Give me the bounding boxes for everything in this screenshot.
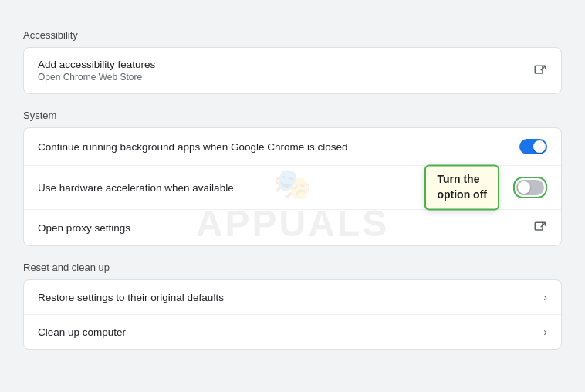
hardware-acceleration-row: Use hardware acceleration when available…	[24, 166, 561, 210]
accessibility-row-text: Add accessibility features Open Chrome W…	[38, 59, 155, 83]
accessibility-section-title: Accessibility	[23, 29, 562, 41]
external-link-icon	[533, 64, 547, 78]
toggle-knob-off	[518, 181, 530, 194]
proxy-external-link-icon	[533, 221, 547, 235]
tooltip-line2: option off	[437, 188, 487, 201]
toggle-highlight-border	[513, 177, 547, 198]
reset-card: Restore settings to their original defau…	[23, 279, 562, 350]
hardware-acceleration-text: Use hardware acceleration when available	[38, 182, 234, 194]
clean-up-title: Clean up computer	[38, 326, 126, 338]
accessibility-subtitle: Open Chrome Web Store	[38, 72, 155, 83]
proxy-settings-title: Open proxy settings	[38, 222, 130, 234]
background-apps-text: Continue running background apps when Go…	[38, 141, 348, 153]
proxy-settings-row[interactable]: Open proxy settings	[24, 210, 561, 245]
system-section-title: System	[23, 110, 562, 121]
clean-up-text: Clean up computer	[38, 326, 126, 338]
add-accessibility-row[interactable]: Add accessibility features Open Chrome W…	[24, 48, 561, 93]
restore-settings-title: Restore settings to their original defau…	[38, 292, 224, 303]
background-apps-row: Continue running background apps when Go…	[24, 128, 561, 166]
clean-up-row[interactable]: Clean up computer ›	[24, 315, 561, 349]
system-card: Continue running background apps when Go…	[23, 127, 562, 246]
tooltip-callout: Turn the option off	[424, 164, 499, 210]
hardware-acceleration-toggle[interactable]	[516, 180, 544, 195]
reset-section-title: Reset and clean up	[23, 262, 562, 273]
restore-settings-row[interactable]: Restore settings to their original defau…	[24, 280, 561, 315]
proxy-settings-text: Open proxy settings	[38, 222, 130, 234]
toggle-knob-on	[533, 140, 546, 153]
hardware-acceleration-title: Use hardware acceleration when available	[38, 182, 234, 194]
cleanup-chevron-icon: ›	[543, 326, 547, 338]
accessibility-title: Add accessibility features	[38, 59, 155, 70]
tooltip-line1: Turn the	[437, 173, 479, 185]
background-apps-toggle[interactable]	[519, 139, 547, 154]
background-apps-title: Continue running background apps when Go…	[38, 141, 348, 153]
restore-chevron-icon: ›	[543, 291, 547, 303]
accessibility-card: Add accessibility features Open Chrome W…	[23, 47, 562, 94]
restore-settings-text: Restore settings to their original defau…	[38, 292, 224, 303]
settings-page: Accessibility Add accessibility features…	[23, 29, 562, 350]
